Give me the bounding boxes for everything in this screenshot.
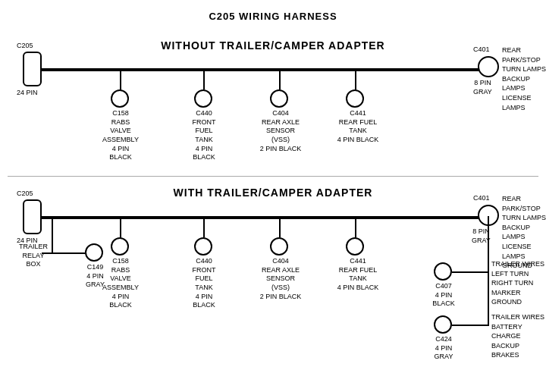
- bot-section-label: WITH TRAILER/CAMPER ADAPTER: [91, 187, 455, 199]
- c441-bot-label: C441REAR FUELTANK4 PIN BLACK: [337, 257, 379, 293]
- bot-main-line: [42, 216, 489, 219]
- c441-top-circle: [346, 89, 364, 108]
- c441-top-tick: [355, 68, 356, 89]
- c401-top-sublabel: 8 PINGRAY: [473, 79, 492, 96]
- c401-top-label: C401: [473, 45, 490, 55]
- c404-bot-circle: [270, 237, 288, 256]
- c205-top-sublabel: 24 PIN: [17, 89, 38, 98]
- c407-hline: [452, 271, 488, 273]
- c441-bot-circle: [346, 237, 364, 256]
- c158-bot-label: C158RABS VALVEASSEMBLY4 PIN BLACK: [102, 257, 140, 310]
- c404-bot-label: C404REAR AXLESENSOR(VSS)2 PIN BLACK: [259, 257, 302, 301]
- c205-bot-rect: [23, 199, 42, 234]
- c205-top-rect: [23, 52, 42, 86]
- c404-bot-tick: [279, 216, 281, 237]
- top-section-label: WITHOUT TRAILER/CAMPER ADAPTER: [91, 39, 455, 52]
- c158-bot-circle: [111, 237, 129, 256]
- c158-top-label: C158RABS VALVEASSEMBLY4 PIN BLACK: [102, 109, 140, 162]
- c401-top-rightlabel: REAR PARK/STOPTURN LAMPSBACKUP LAMPSLICE…: [502, 45, 546, 112]
- c407-rightlabel: TRAILER WIRESLEFT TURNRIGHT TURNMARKERGR…: [491, 259, 544, 307]
- c441-bot-tick: [355, 216, 356, 237]
- top-main-line: [42, 68, 489, 71]
- c158-bot-tick: [120, 216, 121, 237]
- c440-bot-tick: [203, 216, 205, 237]
- wiring-diagram: C205 WIRING HARNESS WITHOUT TRAILER/CAMP…: [0, 0, 546, 379]
- c205-bot-label: C205: [17, 190, 33, 199]
- c404-top-label: C404REAR AXLESENSOR(VSS)2 PIN BLACK: [259, 109, 302, 153]
- c440-top-label: C440FRONT FUELTANK4 PIN BLACK: [185, 109, 223, 162]
- c404-top-circle: [270, 89, 288, 108]
- c424-circle: [434, 315, 452, 334]
- c424-sublabel: C4244 PINGRAY: [426, 335, 461, 362]
- c401-bot-label: C401: [473, 194, 490, 203]
- c424-hline: [452, 325, 488, 326]
- c407-circle: [434, 262, 452, 281]
- c158-top-tick: [120, 68, 121, 89]
- divider: [8, 176, 538, 177]
- c158-top-circle: [111, 89, 129, 108]
- c401-top-circle: [478, 56, 499, 77]
- c424-rightlabel: TRAILER WIRESBATTERY CHARGEBACKUPBRAKES: [491, 312, 546, 360]
- c149-circle: [85, 243, 103, 262]
- trailer-relay-label: TRAILERRELAYBOX: [11, 243, 56, 269]
- c440-top-circle: [194, 89, 212, 108]
- page-title: C205 WIRING HARNESS: [0, 5, 546, 22]
- c404-top-tick: [279, 68, 281, 89]
- c440-bot-circle: [194, 237, 212, 256]
- c440-top-tick: [203, 68, 205, 89]
- c440-bot-label: C440FRONT FUELTANK4 PIN BLACK: [185, 257, 223, 310]
- c407-sublabel: C4074 PINBLACK: [426, 282, 461, 309]
- c441-top-label: C441REAR FUELTANK4 PIN BLACK: [337, 109, 379, 145]
- c205-top-label: C205: [17, 42, 33, 51]
